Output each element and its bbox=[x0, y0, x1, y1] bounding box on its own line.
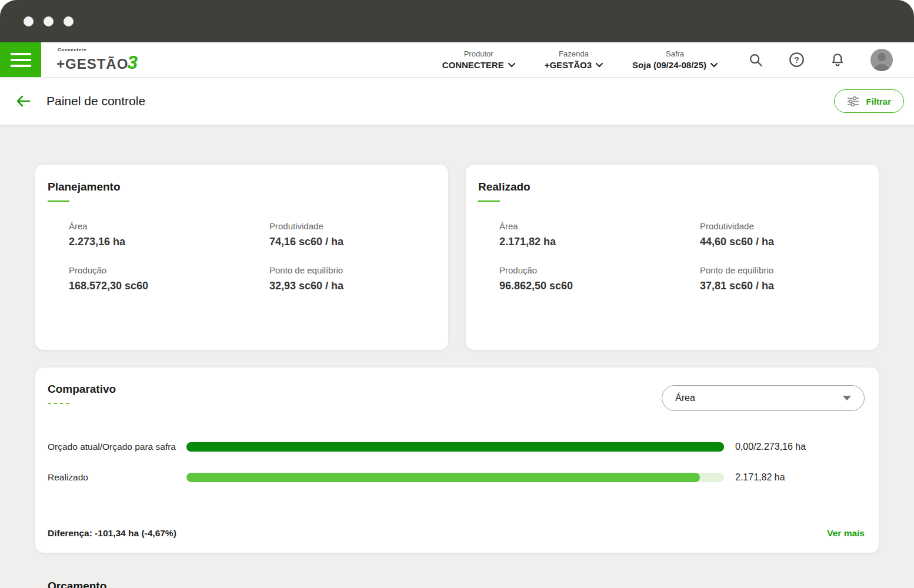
search-icon bbox=[748, 52, 763, 68]
window-control-maximize[interactable] bbox=[64, 16, 74, 26]
stat-value: 96.862,50 sc60 bbox=[499, 280, 700, 292]
stat-label: Área bbox=[499, 221, 700, 231]
realized-bar-row: Realizado 2.171,82 ha bbox=[48, 470, 865, 485]
page-title: Painel de controle bbox=[46, 94, 145, 108]
hamburger-icon bbox=[11, 53, 31, 67]
brand-logo-numeral: 3 bbox=[127, 52, 138, 73]
stat-value: 32,93 sc60 / ha bbox=[269, 280, 436, 292]
avatar bbox=[870, 49, 893, 71]
bell-icon bbox=[830, 52, 845, 68]
chevron-down-icon bbox=[508, 63, 515, 68]
season-selector-value: Soja (09/24-08/25) bbox=[632, 60, 706, 70]
title-underline bbox=[48, 403, 69, 404]
budget-bar-track bbox=[186, 442, 724, 452]
brand-logo-main-text: +GESTÃO3 bbox=[56, 56, 138, 72]
brand-logo: Connectere +GESTÃO3 bbox=[56, 48, 138, 72]
stat-label: Produtividade bbox=[700, 221, 867, 231]
metric-dropdown-value: Área bbox=[675, 393, 695, 403]
app-header: Connectere +GESTÃO3 Produtor CONNECTERE … bbox=[0, 42, 914, 78]
stat-value: 74,16 sc60 / ha bbox=[269, 236, 436, 248]
stat-value: 2.171,82 ha bbox=[499, 236, 700, 248]
window-titlebar bbox=[0, 0, 914, 42]
context-selectors: Produtor CONNECTERE Fazenda +GESTÃO3 Saf… bbox=[442, 42, 718, 77]
stat-label: Área bbox=[69, 221, 269, 231]
see-more-link[interactable]: Ver mais bbox=[827, 528, 865, 539]
farm-selector-label: Fazenda bbox=[559, 49, 589, 58]
profile-avatar-button[interactable] bbox=[870, 49, 893, 71]
producer-selector-value: CONNECTERE bbox=[442, 60, 504, 70]
stat-value: 37,81 sc60 / ha bbox=[700, 280, 867, 292]
hamburger-menu-button[interactable] bbox=[0, 42, 41, 77]
title-underline bbox=[48, 201, 69, 202]
farm-selector[interactable]: Fazenda +GESTÃO3 bbox=[545, 49, 603, 70]
producer-selector[interactable]: Produtor CONNECTERE bbox=[442, 49, 515, 70]
comparativo-card: Comparativo Área Orçado atual/Orçado par… bbox=[35, 368, 879, 553]
realizado-card-title: Realizado bbox=[478, 181, 867, 193]
farm-selector-value: +GESTÃO3 bbox=[545, 60, 592, 70]
realizado-card: Realizado Área 2.171,82 ha Produtividade… bbox=[466, 165, 879, 350]
stat-value: 44,60 sc60 / ha bbox=[700, 236, 867, 248]
stat-area: Área 2.171,82 ha bbox=[499, 221, 700, 248]
stat-ponto-equilibrio: Ponto de equilíbrio 32,93 sc60 / ha bbox=[269, 265, 436, 292]
page-toolbar: Painel de controle Filtrar bbox=[0, 78, 914, 125]
back-button[interactable] bbox=[15, 95, 31, 108]
svg-text:?: ? bbox=[794, 55, 799, 65]
planejamento-card-title: Planejamento bbox=[48, 181, 436, 193]
notifications-button[interactable] bbox=[830, 52, 845, 68]
stat-label: Ponto de equilíbrio bbox=[700, 265, 867, 275]
stat-value: 2.273,16 ha bbox=[69, 236, 269, 248]
budget-bar-value: 0,00/2.273,16 ha bbox=[724, 439, 865, 454]
caret-down-icon bbox=[843, 396, 851, 400]
dashboard-content: Planejamento Área 2.273,16 ha Produtivid… bbox=[0, 125, 914, 588]
filter-button-label: Filtrar bbox=[866, 96, 891, 106]
help-button[interactable]: ? bbox=[789, 52, 805, 68]
stat-label: Produção bbox=[69, 265, 269, 275]
stat-label: Produção bbox=[499, 265, 700, 275]
stat-produtividade: Produtividade 74,16 sc60 / ha bbox=[269, 221, 436, 248]
stat-area: Área 2.273,16 ha bbox=[69, 221, 269, 248]
stat-ponto-equilibrio: Ponto de equilíbrio 37,81 sc60 / ha bbox=[700, 265, 867, 292]
help-icon: ? bbox=[789, 52, 805, 68]
season-selector-label: Safra bbox=[666, 49, 684, 58]
filter-sliders-icon bbox=[847, 96, 859, 106]
planejamento-card: Planejamento Área 2.273,16 ha Produtivid… bbox=[35, 165, 448, 350]
producer-selector-label: Produtor bbox=[464, 49, 493, 58]
budget-bar-row: Orçado atual/Orçado para safra 0,00/2.27… bbox=[48, 439, 865, 454]
realized-bar-track bbox=[186, 473, 724, 482]
difference-text: Diferença: -101,34 ha (-4,67%) bbox=[48, 528, 176, 539]
realized-bar-label: Realizado bbox=[48, 470, 186, 485]
budget-bar-fill bbox=[186, 442, 724, 452]
filter-button[interactable]: Filtrar bbox=[834, 89, 904, 113]
browser-window: Connectere +GESTÃO3 Produtor CONNECTERE … bbox=[0, 0, 914, 588]
stat-label: Ponto de equilíbrio bbox=[269, 265, 436, 275]
budget-bar-label: Orçado atual/Orçado para safra bbox=[48, 439, 186, 454]
metric-dropdown[interactable]: Área bbox=[662, 385, 865, 411]
search-button[interactable] bbox=[748, 52, 763, 68]
realized-bar-fill bbox=[186, 473, 700, 482]
realized-bar-value: 2.171,82 ha bbox=[724, 470, 865, 485]
chevron-down-icon bbox=[596, 63, 603, 68]
chevron-down-icon bbox=[710, 63, 718, 68]
stat-produtividade: Produtividade 44,60 sc60 / ha bbox=[700, 221, 867, 248]
stat-label: Produtividade bbox=[269, 221, 436, 231]
season-selector[interactable]: Safra Soja (09/24-08/25) bbox=[632, 49, 718, 70]
brand-logo-small-text: Connectere bbox=[58, 48, 138, 52]
window-control-minimize[interactable] bbox=[44, 16, 54, 26]
window-control-close[interactable] bbox=[24, 16, 34, 26]
title-underline bbox=[478, 201, 500, 202]
orcamento-section-title: Orçamento bbox=[48, 580, 879, 588]
stat-producao: Produção 168.572,30 sc60 bbox=[69, 265, 269, 292]
header-icons: ? bbox=[748, 42, 893, 77]
stat-producao: Produção 96.862,50 sc60 bbox=[499, 265, 700, 292]
stat-value: 168.572,30 sc60 bbox=[69, 280, 269, 292]
comparativo-card-title: Comparativo bbox=[48, 383, 116, 396]
back-arrow-icon bbox=[15, 95, 31, 108]
